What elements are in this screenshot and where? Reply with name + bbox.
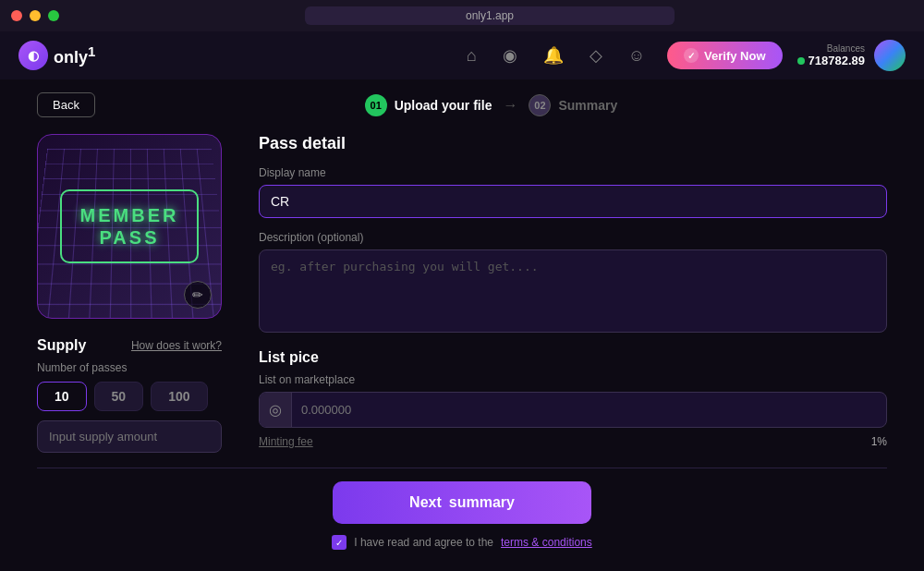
list-price-title: List pice [259,349,887,366]
card-title-line2: PASS [80,226,179,249]
supply-header: Supply How does it work? [37,337,222,354]
balance-dot [797,57,805,65]
supply-title: Supply [37,337,86,354]
logo-text: only1 [54,43,95,67]
supply-amount-input[interactable] [37,420,222,453]
description-label: Description (optional) [259,231,887,244]
back-button[interactable]: Back [37,92,95,117]
avatar[interactable] [874,40,906,71]
main-content: Back 01 Upload your file → 02 Summary ME… [0,79,924,550]
two-col-section: List pice List on marketplace ◎ Minting … [259,349,887,448]
display-name-input[interactable] [259,185,887,218]
verify-check-icon: ✓ [684,48,699,63]
topbar: Back 01 Upload your file → 02 Summary [37,92,887,117]
step-2-label: Summary [558,98,617,113]
divider [37,468,887,468]
marketplace-label: List on marketplace [259,373,887,386]
list-price-col: List pice List on marketplace ◎ Minting … [259,349,887,448]
step-1-label: Upload your file [395,98,492,113]
smiley-icon[interactable]: ☺ [628,46,645,66]
logo[interactable]: ◐ only1 [18,41,95,70]
step-1-number: 01 [365,94,387,116]
minimize-dot[interactable] [30,10,41,21]
steps: 01 Upload your file → 02 Summary [365,94,618,116]
maximize-dot[interactable] [48,10,59,21]
terms-text: I have read and agree to the [354,536,493,549]
how-does-it-work-link[interactable]: How does it work? [131,339,222,352]
minting-fee-label[interactable]: Minting fee [259,435,313,448]
price-input[interactable] [292,395,886,425]
minting-fee-value: 1% [871,435,887,448]
supply-opt-10[interactable]: 10 [37,382,87,411]
balance-area: Balances 718782.89 [797,43,865,67]
supply-opt-50[interactable]: 50 [94,382,144,411]
next-label-normal: Next [409,494,442,511]
step-arrow: → [503,97,517,114]
balance-label: Balances [827,43,865,54]
price-input-wrap: ◎ [259,392,887,428]
content-area: MEMBER PASS ✏ Supply How does it work? N… [37,134,887,453]
next-summary-button[interactable]: Next summary [333,481,591,524]
balance-value: 718782.89 [797,54,865,67]
pass-edit-button[interactable]: ✏ [184,281,212,309]
step-2: 02 Summary [529,94,617,116]
terms-row: ✓ I have read and agree to the terms & c… [37,535,887,550]
next-label-bold: summary [449,494,515,511]
step-2-number: 02 [529,94,551,116]
titlebar: only1.app [0,0,924,31]
supply-options: 10 50 100 [37,382,222,411]
close-dot[interactable] [11,10,22,21]
terms-link[interactable]: terms & conditions [501,536,592,549]
logo-icon: ◐ [18,41,48,70]
bell-icon[interactable]: 🔔 [543,45,564,66]
right-column: Pass detail Display name Description (op… [259,134,887,453]
card-title-line1: MEMBER [80,204,179,226]
home-icon[interactable]: ⌂ [467,46,477,66]
terms-checkbox[interactable]: ✓ [332,535,346,550]
display-name-label: Display name [259,166,887,179]
next-button-wrap: Next summary [37,481,887,524]
supply-opt-100[interactable]: 100 [151,382,207,411]
verify-button[interactable]: ✓ Verify Now [667,42,782,69]
minting-fee-row: Minting fee 1% [259,435,887,448]
supply-sub-label: Number of passes [37,361,222,374]
pass-detail-title: Pass detail [259,134,887,153]
description-textarea[interactable] [259,249,887,333]
diamond-icon[interactable]: ◇ [590,45,602,66]
nav-icons: ⌂ ◉ 🔔 ◇ ☺ [467,45,645,66]
step-1: 01 Upload your file [365,94,492,116]
pass-card: MEMBER PASS ✏ [37,134,222,319]
url-bar[interactable]: only1.app [305,6,675,25]
card-text-box: MEMBER PASS [60,189,200,263]
left-column: MEMBER PASS ✏ Supply How does it work? N… [37,134,222,453]
broadcast-icon[interactable]: ◉ [503,45,517,66]
sol-icon: ◎ [260,393,292,427]
navbar: ◐ only1 ⌂ ◉ 🔔 ◇ ☺ ✓ Verify Now Balances … [0,31,924,79]
